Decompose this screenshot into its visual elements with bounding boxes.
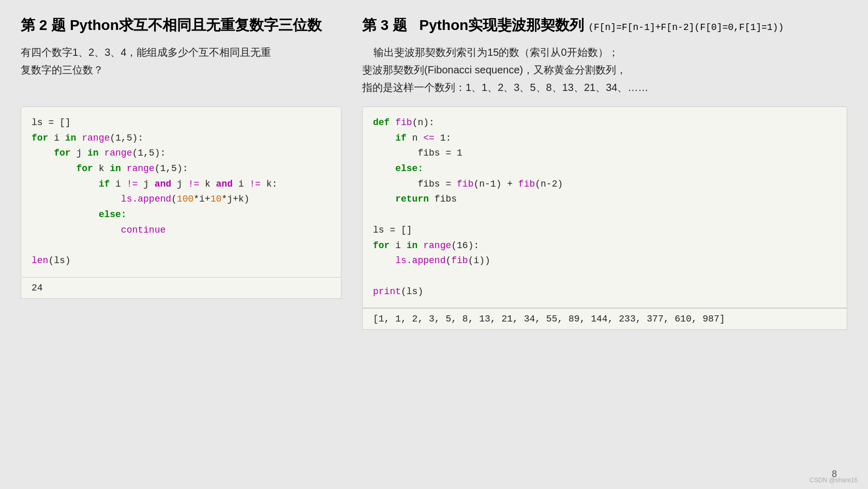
r-code-line-5: fibs = fib(n-1) + fib(n-2) [373,177,836,192]
problem-3-desc-line2: 斐波那契数列(Fibonacci sequence)，又称黄金分割数列， [362,64,626,75]
problem-3-title: 第 3 题 Python实现斐波那契数列 (F[n]=F[n-1]+F[n-2]… [362,16,847,35]
output-right: [1, 1, 2, 3, 5, 8, 13, 21, 34, 55, 89, 1… [362,308,847,330]
code-line-4: for k in range(1,5): [32,161,331,177]
r-code-blank1 [373,207,836,223]
code-line-1: ls = [] [32,115,331,131]
code-panel-right: def fib(n): if n <= 1: fibs = 1 else: fi… [362,106,847,479]
code-line-3: for j in range(1,5): [32,146,331,161]
code-line-5: if i != j and j != k and i != k: [32,177,331,192]
output-left: 24 [21,278,341,299]
problem-3-desc: 输出斐波那契数列索引为15的数（索引从0开始数）； 斐波那契数列(Fibonac… [362,43,847,96]
r-code-line-8: for i in range(16): [373,238,836,254]
r-code-line-10: print(ls) [373,284,836,300]
r-code-line-4: else: [373,161,836,177]
r-code-line-1: def fib(n): [373,115,836,131]
problem-2-section: 第 2 题 Python求互不相同且无重复数字三位数 有四个数字1、2、3、4，… [21,16,341,96]
r-code-line-6: return fibs [373,192,836,207]
problem-2-title: 第 2 题 Python求互不相同且无重复数字三位数 [21,16,341,35]
watermark: CSDN @share16 [810,477,858,484]
r-code-line-7: ls = [] [373,223,836,238]
problem-2-desc: 有四个数字1、2、3、4，能组成多少个互不相同且无重 复数字的三位数？ [21,43,341,79]
r-code-line-9: ls.append(fib(i)) [373,253,836,269]
problem-3-formula: (F[n]=F[n-1]+F[n-2](F[0]=0,F[1]=1)) [588,22,784,33]
code-box-right: def fib(n): if n <= 1: fibs = 1 else: fi… [362,106,847,308]
code-line-9: len(ls) [32,253,331,269]
code-box-left: ls = [] for i in range(1,5): for j in ra… [21,106,341,278]
bottom-section: ls = [] for i in range(1,5): for j in ra… [21,106,847,479]
problem-3-desc-indent [362,47,373,58]
code-panel-left: ls = [] for i in range(1,5): for j in ra… [21,106,341,479]
problem-3-section: 第 3 题 Python实现斐波那契数列 (F[n]=F[n-1]+F[n-2]… [362,16,847,96]
output-right-value: [1, 1, 2, 3, 5, 8, 13, 21, 34, 55, 89, 1… [373,314,725,324]
problem-3-title-main: 第 3 题 Python实现斐波那契数列 [362,17,584,33]
r-code-blank2 [373,269,836,284]
problem-2-desc-line2: 复数字的三位数？ [21,64,103,75]
code-line-7: else: [32,207,331,223]
code-line-blank [32,238,331,254]
problem-2-desc-line1: 有四个数字1、2、3、4，能组成多少个互不相同且无重 [21,47,272,58]
top-section: 第 2 题 Python求互不相同且无重复数字三位数 有四个数字1、2、3、4，… [21,16,847,96]
code-line-8: continue [32,223,331,238]
problem-3-desc-line1: 输出斐波那契数列索引为15的数（索引从0开始数）； [373,47,618,58]
r-code-line-3: fibs = 1 [373,146,836,161]
output-left-value: 24 [32,283,43,293]
r-code-line-2: if n <= 1: [373,131,836,146]
problem-3-desc-line3: 指的是这样一个数列：1、1、2、3、5、8、13、21、34、…… [362,82,648,93]
code-line-6: ls.append(100*i+10*j+k) [32,192,331,207]
code-line-2: for i in range(1,5): [32,131,331,146]
page-container: 第 2 题 Python求互不相同且无重复数字三位数 有四个数字1、2、3、4，… [0,0,868,489]
